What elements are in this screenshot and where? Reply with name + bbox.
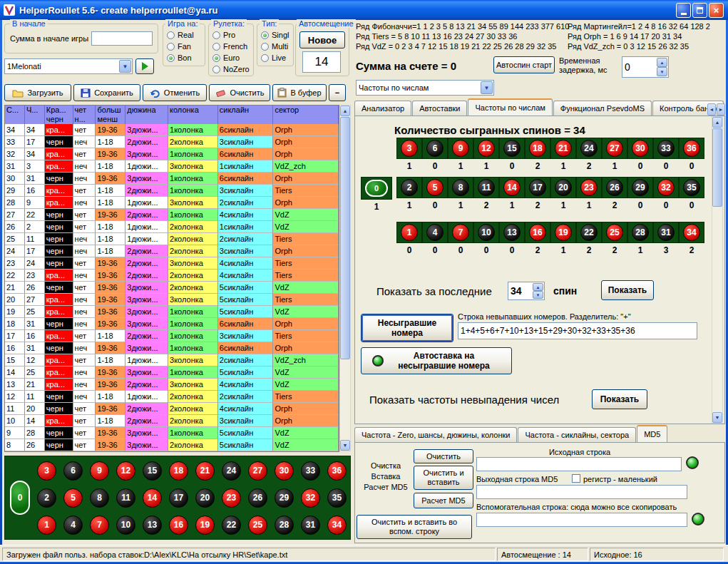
number-16[interactable]: 16 bbox=[529, 224, 546, 241]
wheel-cell[interactable]: 27 bbox=[245, 457, 271, 484]
autospin-button[interactable]: Автоспин старт bbox=[493, 56, 555, 73]
number-33[interactable]: 33 bbox=[301, 461, 320, 481]
number-11[interactable]: 11 bbox=[116, 488, 135, 508]
number-13[interactable]: 13 bbox=[143, 516, 162, 535]
number-32[interactable]: 32 bbox=[657, 179, 675, 196]
freq-tile-35[interactable]: 35 bbox=[679, 177, 704, 198]
radio-multi[interactable]: Multi bbox=[261, 41, 294, 51]
freq-tile-11[interactable]: 11 bbox=[473, 177, 499, 198]
play-button[interactable] bbox=[135, 58, 154, 74]
wheel-cell[interactable]: 25 bbox=[245, 511, 271, 538]
freq-tile-33[interactable]: 33 bbox=[653, 138, 679, 159]
wheel-cell[interactable]: 7 bbox=[86, 511, 113, 538]
autobet-missed-button[interactable]: Автоставка на несыгравшие номера bbox=[361, 347, 512, 374]
start-sum-input[interactable] bbox=[91, 31, 153, 46]
wheel-cell[interactable]: 9 bbox=[86, 457, 113, 484]
panel-scrollbar-thumb[interactable] bbox=[712, 128, 722, 207]
wheel-zero-cell[interactable]: 0 bbox=[8, 478, 32, 518]
md5-clear-paste-button[interactable]: Очистить и вставить bbox=[414, 466, 473, 490]
number-17[interactable]: 17 bbox=[169, 488, 188, 508]
mode-combo[interactable]: Частоты по числам ▼ bbox=[356, 80, 494, 96]
wheel-cell[interactable]: 1 bbox=[34, 511, 60, 538]
clear-button[interactable]: Очистить bbox=[209, 84, 270, 101]
wheel-cell[interactable]: 18 bbox=[165, 457, 192, 484]
tab-автоставки[interactable]: Автоставки bbox=[412, 101, 467, 116]
md5-calc-button[interactable]: Расчет MD5 bbox=[414, 493, 473, 508]
tab-частота-сиклайны-сектора[interactable]: Частота - сиклайны, сектора bbox=[518, 427, 636, 442]
radio-live[interactable]: Live bbox=[261, 53, 294, 63]
wheel-cell[interactable]: 26 bbox=[245, 484, 271, 511]
md5-clear-button[interactable]: Очистить bbox=[414, 449, 473, 463]
wheel-cell[interactable]: 23 bbox=[218, 484, 245, 511]
freq-tile-36[interactable]: 36 bbox=[679, 138, 704, 159]
show-last-down-icon[interactable]: ▼ bbox=[533, 291, 543, 299]
to-buffer-button[interactable]: В буфер bbox=[272, 84, 327, 101]
wheel-cell[interactable]: 22 bbox=[218, 511, 245, 538]
missed-numbers-button[interactable]: Несыгравшие номера bbox=[361, 314, 453, 342]
panel-scroll-up-icon[interactable]: ▲ bbox=[712, 117, 722, 128]
freq-tile-28[interactable]: 28 bbox=[627, 222, 653, 243]
freq-tile-21[interactable]: 21 bbox=[550, 138, 576, 159]
wheel-cell[interactable]: 11 bbox=[113, 484, 139, 511]
number-24[interactable]: 24 bbox=[222, 461, 241, 481]
freq-tile-30[interactable]: 30 bbox=[627, 138, 653, 159]
number-15[interactable]: 15 bbox=[143, 461, 162, 481]
number-24[interactable]: 24 bbox=[580, 140, 598, 157]
number-20[interactable]: 20 bbox=[195, 488, 215, 508]
table-scrollbar[interactable]: ▲ ▼ bbox=[339, 105, 351, 451]
maximize-button[interactable] bbox=[692, 3, 707, 18]
freq-tile-23[interactable]: 23 bbox=[576, 177, 602, 198]
wheel-cell[interactable]: 2 bbox=[34, 484, 60, 511]
number-23[interactable]: 23 bbox=[222, 488, 241, 508]
number-29[interactable]: 29 bbox=[275, 488, 294, 508]
freq-tile-19[interactable]: 19 bbox=[550, 222, 576, 243]
wheel-cell[interactable]: 28 bbox=[271, 511, 297, 538]
tabs-scroll-left-icon[interactable]: ◄ bbox=[707, 103, 716, 116]
number-34[interactable]: 34 bbox=[327, 516, 347, 535]
undo-button[interactable]: Отменить bbox=[143, 84, 207, 101]
number-29[interactable]: 29 bbox=[632, 179, 649, 196]
tab-частота-zero-шансы-дюжины-колонки[interactable]: Частота - Zero, шансы, дюжины, колонки bbox=[354, 427, 517, 442]
number-31[interactable]: 31 bbox=[301, 516, 320, 535]
freq-tile-16[interactable]: 16 bbox=[525, 222, 550, 243]
wheel-cell[interactable]: 35 bbox=[324, 484, 350, 511]
delay-up-icon[interactable]: ▲ bbox=[657, 58, 667, 67]
number-5[interactable]: 5 bbox=[426, 179, 444, 196]
number-14[interactable]: 14 bbox=[503, 179, 521, 196]
panel-scrollbar[interactable]: ▲ ▼ bbox=[712, 116, 723, 424]
number-9[interactable]: 9 bbox=[90, 461, 109, 481]
number-9[interactable]: 9 bbox=[452, 140, 469, 157]
freq-tile-27[interactable]: 27 bbox=[602, 138, 627, 159]
close-button[interactable]: × bbox=[709, 3, 724, 18]
wheel-cell[interactable]: 21 bbox=[192, 457, 218, 484]
number-0[interactable]: 0 bbox=[10, 481, 30, 515]
table-scroll-down-icon[interactable]: ▼ bbox=[340, 440, 350, 451]
radio-singl[interactable]: Singl bbox=[261, 30, 294, 40]
number-23[interactable]: 23 bbox=[580, 179, 598, 196]
number-2[interactable]: 2 bbox=[401, 179, 418, 196]
number-27[interactable]: 27 bbox=[606, 140, 623, 157]
tab-функционал-psevdoms[interactable]: Функционал PsevdoMS bbox=[553, 101, 652, 116]
show-button[interactable]: Показать bbox=[601, 280, 654, 300]
number-18[interactable]: 18 bbox=[529, 140, 546, 157]
number-34[interactable]: 34 bbox=[683, 224, 700, 241]
wheel-cell[interactable]: 12 bbox=[113, 457, 139, 484]
freq-tile-10[interactable]: 10 bbox=[473, 222, 499, 243]
radio-bon[interactable]: Bon bbox=[167, 53, 205, 63]
chevron-down-icon[interactable]: ▼ bbox=[119, 60, 131, 73]
number-18[interactable]: 18 bbox=[169, 461, 188, 481]
wheel-cell[interactable]: 3 bbox=[34, 457, 60, 484]
autoshift-value[interactable]: 14 bbox=[302, 51, 341, 73]
wheel-cell[interactable]: 20 bbox=[192, 484, 218, 511]
number-1[interactable]: 1 bbox=[37, 516, 56, 535]
number-7[interactable]: 7 bbox=[452, 224, 469, 241]
freq-tile-20[interactable]: 20 bbox=[550, 177, 576, 198]
number-8[interactable]: 8 bbox=[90, 488, 109, 508]
number-11[interactable]: 11 bbox=[478, 179, 495, 196]
number-6[interactable]: 6 bbox=[63, 461, 83, 481]
freq-tile-18[interactable]: 18 bbox=[525, 138, 550, 159]
wheel-cell[interactable]: 6 bbox=[60, 457, 86, 484]
number-36[interactable]: 36 bbox=[683, 140, 700, 157]
table-scroll-up-icon[interactable]: ▲ bbox=[340, 106, 350, 116]
number-12[interactable]: 12 bbox=[478, 140, 495, 157]
